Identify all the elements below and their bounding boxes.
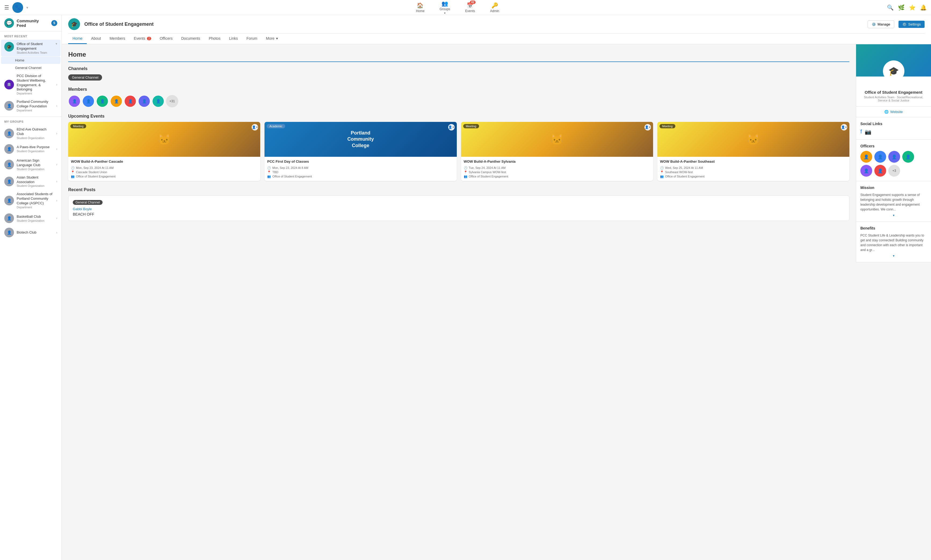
pccf-name: Portland Community College Foundation — [17, 100, 54, 109]
event-action-pcc[interactable]: 👤+ — [448, 124, 455, 131]
most-recent-section: MOST RECENT 🎓 Office of Student Engageme… — [0, 31, 62, 117]
star-icon[interactable]: ⭐ — [909, 4, 916, 11]
admin-icon: 🔑 — [491, 2, 498, 9]
nav-admin[interactable]: 🔑 Admin — [487, 0, 502, 15]
nav-groups-label: Groups — [440, 7, 450, 11]
members-section: Members 👤 👤 👤 👤 👤 👤 👤 +31 — [68, 87, 849, 108]
sidebar-item-biotech[interactable]: 👤 Biotech Club › — [1, 226, 60, 240]
member-avatar-3[interactable]: 👤 — [96, 95, 108, 108]
events-grid: Meeting 👤+ 🐱 WOW Build-A-Panther Cascade — [68, 122, 849, 181]
event-name-sylvania: WOW Build-A-Panther Sylvania — [464, 160, 650, 164]
sidebar-item-aspcc[interactable]: 👤 Associated Students of Portland Commun… — [1, 190, 60, 211]
right-sidebar: 🎓 Office of Student Engagement Student A… — [856, 44, 931, 262]
event-name-cascade: WOW Build-A-Panther Cascade — [71, 160, 257, 164]
pccf-chevron: › — [56, 104, 57, 108]
event-meta-sylvania: 🕐 Tue, Sep 24, 2024 At 11 AM 📍 Sylvania … — [464, 166, 650, 178]
sidebar-item-82nd[interactable]: 👤 82nd Ave Outreach Club Student Organiz… — [1, 125, 60, 142]
bell-icon[interactable]: 🔔 — [920, 4, 927, 11]
rs-officers-section: Officers 👤 👤 👤 👤 👤 👤 +3 — [856, 140, 931, 181]
general-channel-tag[interactable]: General Channel — [68, 74, 102, 80]
event-card-pcc[interactable]: Academic 👤+ PortlandCommunityCollege PCC… — [265, 122, 457, 181]
leaf-icon[interactable]: 🌿 — [898, 4, 905, 11]
officer-avatar-5[interactable]: 👤 — [860, 165, 872, 177]
manage-button[interactable]: ⚙️ Manage — [868, 20, 894, 28]
tab-about[interactable]: About — [87, 34, 105, 44]
officer-avatar-1[interactable]: 👤 — [860, 151, 872, 163]
members-row: 👤 👤 👤 👤 👤 👤 👤 +31 — [68, 95, 849, 108]
member-avatar-7[interactable]: 👤 — [152, 95, 164, 108]
community-feed-row[interactable]: 💬 Community Feed 5 — [0, 15, 62, 31]
officer-more-count[interactable]: +3 — [888, 165, 900, 177]
member-avatar-6[interactable]: 👤 — [138, 95, 150, 108]
member-avatar-5[interactable]: 👤 — [124, 95, 136, 108]
officer-avatar-2[interactable]: 👤 — [874, 151, 886, 163]
biotech-avatar: 👤 — [4, 228, 14, 237]
tab-members[interactable]: Members — [105, 34, 129, 44]
nav-groups[interactable]: 👥 Groups ▾ — [436, 0, 453, 17]
tab-events[interactable]: Events 2 — [129, 34, 155, 44]
hamburger-menu[interactable]: ☰ — [4, 4, 9, 11]
sidebar-item-pccf[interactable]: 👤 Portland Community College Foundation … — [1, 97, 60, 114]
facebook-icon[interactable]: f — [860, 129, 862, 135]
sidebar-item-paws[interactable]: 👤 A Paws-itive Purpose Student Organizat… — [1, 142, 60, 156]
event-card-southeast[interactable]: Meeting 👤+ 🐱 WOW Build-A-Panther Southea… — [657, 122, 849, 181]
tab-forum[interactable]: Forum — [242, 34, 262, 44]
aspcc-chevron: › — [56, 198, 57, 202]
officer-avatar-4[interactable]: 👤 — [902, 151, 914, 163]
sidebar: 💬 Community Feed 5 MOST RECENT 🎓 Office … — [0, 15, 62, 560]
nav-events[interactable]: 📅 82 Events — [462, 0, 478, 15]
sidebar-item-pcc-division[interactable]: 🏛️ PCC Division of Student Wellbeing, En… — [1, 72, 60, 97]
nav-admin-label: Admin — [490, 9, 499, 13]
sidebar-item-basketball[interactable]: 👤 Basketball Club Student Organization › — [1, 211, 60, 225]
sidebar-item-asian[interactable]: 👤 Asian Student Association Student Orga… — [1, 173, 60, 190]
rs-benefits-section: Benefits PCC Student Life & Leadership w… — [856, 222, 931, 262]
sidebar-subitem-general-channel[interactable]: General Channel — [1, 64, 60, 71]
sidebar-item-asl[interactable]: 👤 American Sign Language Club Student Or… — [1, 156, 60, 173]
tab-officers[interactable]: Officers — [155, 34, 177, 44]
search-icon[interactable]: 🔍 — [887, 4, 894, 11]
member-more-count[interactable]: +31 — [166, 95, 178, 108]
events-badge-container: 📅 82 — [467, 2, 473, 9]
pcc-division-text: PCC Division of Student Wellbeing, Engag… — [17, 74, 54, 95]
event-name-pcc: PCC First Day of Classes — [267, 160, 454, 164]
rs-benefits-text: PCC Student Life & Leadership wants you … — [860, 233, 927, 252]
tab-documents[interactable]: Documents — [177, 34, 205, 44]
event-card-sylvania[interactable]: Meeting 👤+ 🐱 WOW Build-A-Panther Sylvani… — [461, 122, 653, 181]
location-icon: 📍 — [71, 171, 75, 174]
post-channel-tag[interactable]: General Channel — [73, 200, 103, 205]
officer-avatar-3[interactable]: 👤 — [888, 151, 900, 163]
app-logo[interactable]: 🐾 — [12, 2, 23, 13]
tab-home[interactable]: Home — [68, 34, 87, 44]
nav-left: ☰ 🐾 ▾ — [4, 2, 28, 13]
rs-mission-more[interactable]: ▾ — [860, 214, 927, 217]
org-icon-sylvania: 👥 — [464, 175, 468, 178]
instagram-icon[interactable]: 📷 — [865, 129, 871, 135]
sidebar-subitem-home[interactable]: Home — [1, 57, 60, 64]
member-avatar-1[interactable]: 👤 — [68, 95, 80, 108]
member-avatar-4[interactable]: 👤 — [110, 95, 122, 108]
nav-home[interactable]: 🏠 Home — [413, 0, 428, 15]
event-card-cascade[interactable]: Meeting 👤+ 🐱 WOW Build-A-Panther Cascade — [68, 122, 260, 181]
officer-avatar-6[interactable]: 👤 — [874, 165, 886, 177]
paws-text: A Paws-itive Purpose Student Organizatio… — [17, 145, 54, 153]
sidebar-item-ose[interactable]: 🎓 Office of Student Engagement Student A… — [1, 40, 60, 56]
rs-mission-section: Mission Student Engagement supports a se… — [856, 181, 931, 222]
logo-dropdown-arrow[interactable]: ▾ — [26, 5, 28, 10]
community-feed-badge: 5 — [51, 20, 57, 26]
rs-benefits-more[interactable]: ▾ — [860, 254, 927, 258]
post-author[interactable]: Gabbi Boyle — [73, 207, 845, 211]
tab-more[interactable]: More ▾ — [262, 34, 282, 44]
location-icon-southeast: 📍 — [660, 171, 664, 174]
channels-section-title: Channels — [68, 66, 849, 71]
tab-links[interactable]: Links — [225, 34, 242, 44]
paws-avatar: 👤 — [4, 144, 14, 154]
tab-photos[interactable]: Photos — [205, 34, 225, 44]
ose-chevron: ▾ — [55, 42, 57, 46]
rs-website-link[interactable]: 🌐 Website — [856, 106, 931, 117]
location-icon-pcc: 📍 — [267, 171, 271, 174]
settings-button[interactable]: ⚙️ Settings — [899, 21, 925, 28]
my-groups-label: MY GROUPS — [0, 117, 62, 125]
member-avatar-2[interactable]: 👤 — [82, 95, 94, 108]
rs-social-icons: f 📷 — [860, 129, 927, 135]
top-navigation: ☰ 🐾 ▾ 🏠 Home 👥 Groups ▾ 📅 82 Events 🔑 Ad… — [0, 0, 931, 15]
